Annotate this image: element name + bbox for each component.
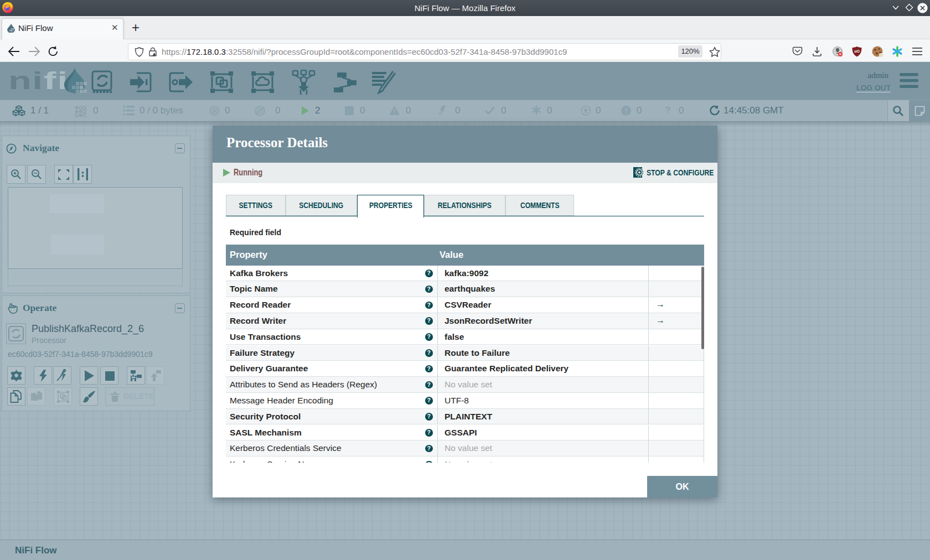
svg-text:!: ! xyxy=(155,53,156,56)
svg-text:uO: uO xyxy=(854,49,860,53)
